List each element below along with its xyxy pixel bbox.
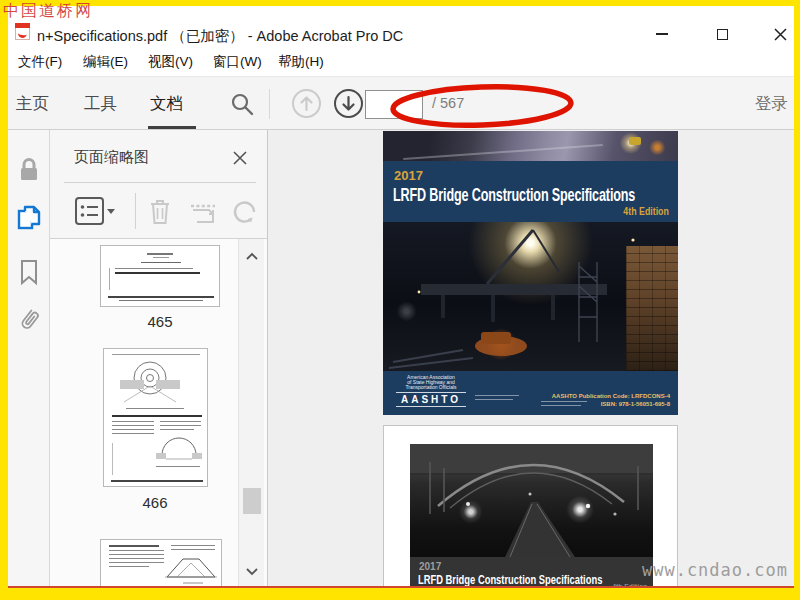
- watermark-bottom-right: www.cndao.com: [642, 560, 788, 580]
- delete-pages-button[interactable]: [146, 196, 174, 230]
- tab-home[interactable]: 主页: [16, 77, 49, 130]
- chevron-up-icon: [245, 252, 259, 261]
- extract-pages-icon: [188, 196, 218, 226]
- toolbar: 主页 工具 文档 / 567 登录: [8, 76, 794, 130]
- rotate-pages-button[interactable]: [230, 196, 260, 230]
- lock-icon: [16, 156, 42, 184]
- arrow-up-icon: [291, 88, 322, 119]
- document-page-back-cover[interactable]: 2017 LRFD Bridge Construction Specificat…: [383, 425, 678, 588]
- thumbnail-page-467[interactable]: [100, 539, 222, 588]
- scroll-down-button[interactable]: [243, 562, 261, 580]
- extract-pages-button[interactable]: [188, 196, 218, 230]
- watermark-top-left: 中国道桥网: [3, 1, 93, 22]
- cover-footer-band: American Association of State Highway an…: [383, 371, 678, 415]
- page-thumbnails-icon: [15, 203, 43, 233]
- previous-page-button[interactable]: [291, 88, 322, 123]
- thumbnail-scrollbar[interactable]: [238, 239, 264, 588]
- cover-title-band: 2017 LRFD Bridge Construction Specificat…: [383, 161, 678, 222]
- stone-wall: [626, 246, 678, 371]
- security-panel-button[interactable]: [8, 148, 50, 192]
- thumbnail-page-465[interactable]: [100, 245, 220, 307]
- attachments-panel-button[interactable]: [8, 298, 50, 342]
- panel-close-button[interactable]: [230, 148, 250, 168]
- menu-edit[interactable]: 编辑(E): [79, 50, 132, 76]
- embankment-diagram: [163, 553, 219, 587]
- association-line: Transportation Officials: [396, 385, 466, 390]
- toolbar-separator: [269, 89, 270, 119]
- bookmark-icon: [17, 258, 41, 286]
- cover-year: 2017: [394, 168, 423, 183]
- cover-title: LRFD Bridge Construction Specifications: [393, 185, 635, 206]
- menu-view[interactable]: 视图(V): [144, 50, 197, 76]
- minimize-button[interactable]: [649, 24, 675, 44]
- scrollbar-thumb[interactable]: [243, 488, 261, 514]
- close-icon: [232, 150, 248, 166]
- close-button[interactable]: [767, 24, 793, 44]
- panel-title: 页面缩略图: [74, 148, 149, 167]
- thumbnail-list: 465: [50, 239, 268, 588]
- page-total-label: / 567: [432, 95, 464, 111]
- paperclip-icon: [10, 301, 48, 339]
- menu-help[interactable]: 帮助(H): [274, 50, 328, 76]
- scroll-up-button[interactable]: [243, 247, 261, 265]
- cover-top-photo: [383, 131, 678, 161]
- title-bar: n+Specifications.pdf （已加密） - Adobe Acrob…: [8, 6, 794, 50]
- maximize-button[interactable]: [709, 24, 735, 44]
- panel-toolbar: [50, 183, 268, 238]
- back-cover-year: 2017: [419, 561, 441, 572]
- search-icon: [229, 91, 255, 117]
- page-thumbnails-panel-button[interactable]: [8, 196, 50, 240]
- panel-toolbar-separator: [135, 193, 136, 229]
- document-view: 2017 LRFD Bridge Construction Specificat…: [269, 130, 775, 588]
- menu-bar: 文件(F) 编辑(E) 视图(V) 窗口(W) 帮助(H): [8, 50, 794, 76]
- next-page-button[interactable]: [333, 88, 364, 123]
- thumbnail-page-466[interactable]: [103, 348, 208, 487]
- document-page-cover[interactable]: 2017 LRFD Bridge Construction Specificat…: [383, 131, 678, 415]
- tab-document[interactable]: 文档: [150, 77, 183, 130]
- trash-icon: [146, 196, 174, 226]
- cover-main-photo: [383, 222, 678, 371]
- back-cover-edition: 4th Edition: [612, 582, 647, 588]
- cover-edition: 4th Edition: [624, 205, 669, 217]
- tab-tools[interactable]: 工具: [84, 77, 117, 130]
- arrow-down-icon: [333, 88, 364, 119]
- arch-bridge-silhouette: [410, 444, 653, 557]
- back-cover-title-band: 2017 LRFD Bridge Construction Specificat…: [410, 557, 653, 588]
- menu-window[interactable]: 窗口(W): [209, 50, 266, 76]
- rotate-ccw-icon: [230, 196, 260, 226]
- culvert-diagram: [118, 358, 182, 406]
- close-icon: [774, 28, 787, 41]
- bookmarks-panel-button[interactable]: [8, 250, 50, 294]
- acrobat-window: n+Specifications.pdf （已加密） - Adobe Acrob…: [8, 6, 794, 588]
- isbn: ISBN: 978-1-56051-695-8: [552, 400, 670, 408]
- back-cover-photo: [410, 444, 653, 557]
- sign-in-link[interactable]: 登录: [751, 77, 792, 130]
- dome-diagram: [154, 437, 204, 463]
- page-thumbnails-panel: 页面缩略图: [50, 130, 268, 588]
- publication-code: AASHTO Publication Code: LRFDCONS-4: [552, 392, 670, 400]
- aashto-logo: AASHTO: [396, 392, 466, 407]
- menu-file[interactable]: 文件(F): [14, 50, 66, 76]
- thumbnail-options-button[interactable]: [74, 196, 116, 230]
- content-area: 页面缩略图: [8, 130, 794, 588]
- chevron-down-icon: [245, 567, 259, 576]
- page-number-input[interactable]: [365, 90, 423, 119]
- options-menu-icon: [74, 196, 116, 226]
- search-button[interactable]: [229, 91, 255, 121]
- thumbnail-label: 465: [100, 313, 220, 330]
- thumbnail-label: 466: [95, 494, 215, 511]
- acrobat-pdf-icon: [15, 23, 30, 40]
- window-title: n+Specifications.pdf （已加密） - Adobe Acrob…: [37, 27, 403, 46]
- active-tab-underline: [148, 126, 196, 129]
- back-cover-title: LRFD Bridge Construction Specifications: [418, 573, 602, 587]
- left-nav-strip: [8, 130, 50, 588]
